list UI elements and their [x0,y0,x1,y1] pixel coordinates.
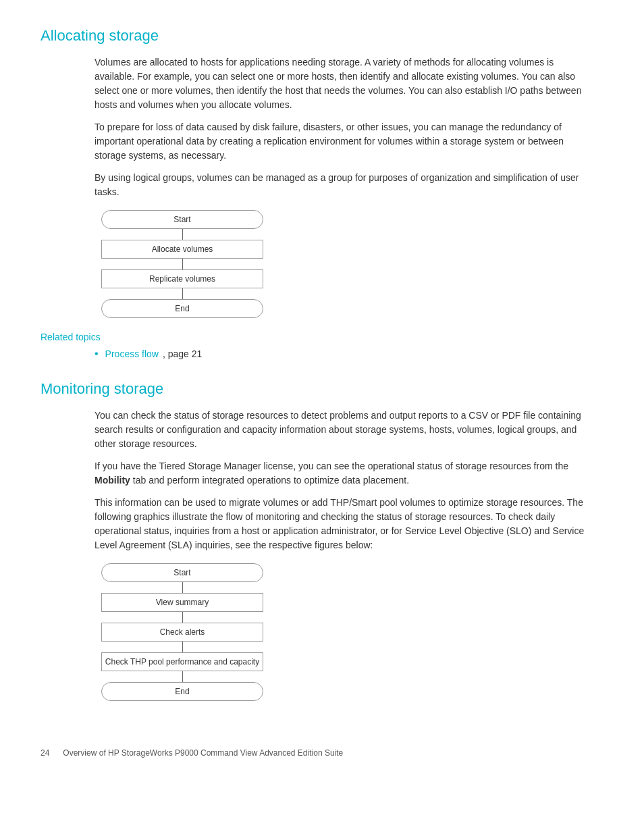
flowchart1: Start Allocate volumes Replicate volumes… [95,210,270,318]
flowchart2: Start View summary Check alerts Check TH… [95,563,270,701]
page-footer: 24 Overview of HP StorageWorks P9000 Com… [41,741,603,758]
section1-para1: Volumes are allocated to hosts for appli… [95,55,590,112]
page-ref1: , page 21 [163,348,202,359]
section1-content: Volumes are allocated to hosts for appli… [95,55,590,199]
section2-para2-prefix: If you have the Tiered Storage Manager l… [95,461,568,471]
flow-arrow4 [182,582,183,593]
flow-box-start1: Start [101,210,263,229]
section1-para3: By using logical groups, volumes can be … [95,171,590,199]
section2-para3: This information can be used to migrate … [95,496,590,552]
section2-para2-suffix: tab and perform integrated operations to… [130,475,409,486]
section2-para2: If you have the Tiered Storage Manager l… [95,459,590,488]
flow-box-end1: End [101,299,263,318]
flow-box-view-summary: View summary [101,593,263,612]
section1-para2: To prepare for loss of data caused by di… [95,120,590,163]
flow-arrow1 [182,229,183,240]
footer-page-number: 24 [41,748,49,758]
section2-content: You can check the status of storage reso… [95,409,590,552]
section2-title: Monitoring storage [41,380,603,398]
flow-arrow7 [182,671,183,682]
section1-title: Allocating storage [41,27,603,45]
flow-arrow5 [182,612,183,623]
related-topics-list: • Process flow, page 21 [41,348,603,360]
flow-box-allocate: Allocate volumes [101,240,263,259]
bullet-icon: • [95,348,99,360]
flow-arrow6 [182,642,183,652]
section2-para2-bold: Mobility [95,475,130,486]
related-topics-title: Related topics [41,332,603,342]
flow-box-replicate: Replicate volumes [101,269,263,288]
section2-wrapper: Monitoring storage You can check the sta… [41,380,603,701]
section2-para1: You can check the status of storage reso… [95,409,590,451]
flow-arrow2 [182,259,183,269]
related-topic-item1: • Process flow, page 21 [95,348,603,360]
process-flow-link[interactable]: Process flow [105,348,159,359]
flow-box-start2: Start [101,563,263,582]
related-topics-section: Related topics • Process flow, page 21 [41,332,603,360]
flow-box-check-thp: Check THP pool performance and capacity [101,652,263,671]
flow-arrow3 [182,288,183,299]
flow-box-end2: End [101,682,263,701]
footer-text: Overview of HP StorageWorks P9000 Comman… [63,748,343,758]
flow-box-check-alerts: Check alerts [101,623,263,642]
